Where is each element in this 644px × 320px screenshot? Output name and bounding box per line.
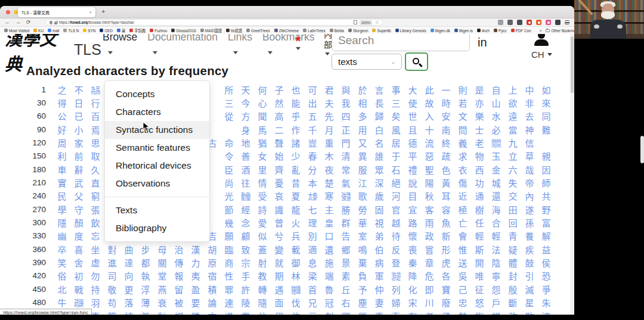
- char-link[interactable]: 退: [221, 310, 237, 315]
- char-link[interactable]: 還: [488, 189, 504, 202]
- char-link[interactable]: 憂: [271, 176, 287, 189]
- char-link[interactable]: 草: [521, 150, 538, 162]
- char-link[interactable]: 容: [438, 203, 454, 216]
- char-link[interactable]: 近: [454, 189, 471, 202]
- char-link[interactable]: 野: [538, 203, 555, 216]
- char-link[interactable]: 養: [521, 229, 538, 242]
- menu-item-bibliography[interactable]: Bibliography: [105, 219, 209, 237]
- bookmark-item[interactable]: Glossa2016: [171, 29, 196, 33]
- char-link[interactable]: 戶: [488, 296, 504, 309]
- char-link[interactable]: 子: [438, 310, 454, 315]
- char-link[interactable]: 病: [371, 256, 388, 269]
- char-link[interactable]: 且: [404, 123, 421, 136]
- char-link[interactable]: 寒: [321, 189, 338, 202]
- char-link[interactable]: 口: [321, 229, 338, 242]
- char-link[interactable]: 信: [521, 136, 538, 149]
- char-link[interactable]: 指: [471, 310, 488, 315]
- char-link[interactable]: 惟: [454, 243, 471, 256]
- char-link[interactable]: 焉: [87, 123, 104, 136]
- char-link[interactable]: 于: [388, 150, 404, 162]
- char-link[interactable]: 薄: [137, 296, 154, 309]
- chevron-right-icon[interactable]: »: [540, 29, 542, 33]
- char-link[interactable]: 義: [454, 136, 471, 149]
- forward-button[interactable]: →: [16, 20, 21, 25]
- char-link[interactable]: 告: [338, 229, 354, 242]
- char-link[interactable]: 就: [271, 256, 287, 269]
- char-link[interactable]: 朱: [538, 296, 555, 309]
- char-link[interactable]: 哉: [521, 163, 538, 176]
- char-link[interactable]: 怒: [471, 296, 488, 309]
- char-link[interactable]: 思: [87, 136, 104, 149]
- char-link[interactable]: 南: [438, 123, 454, 136]
- char-link[interactable]: 楚: [321, 176, 338, 189]
- char-link[interactable]: 勢: [454, 310, 471, 315]
- char-link[interactable]: 何: [254, 83, 271, 96]
- char-link[interactable]: 執: [137, 269, 154, 282]
- char-link[interactable]: 所: [221, 83, 237, 96]
- char-link[interactable]: 因: [538, 163, 555, 176]
- char-link[interactable]: 車: [54, 163, 70, 176]
- char-link[interactable]: 失: [504, 176, 521, 189]
- char-link[interactable]: 伯: [371, 243, 388, 256]
- char-link[interactable]: 行: [87, 97, 104, 109]
- char-link[interactable]: 常: [338, 163, 354, 176]
- char-link[interactable]: 水: [488, 110, 504, 122]
- char-link[interactable]: 深: [371, 176, 388, 189]
- char-link[interactable]: 華: [354, 216, 371, 229]
- char-link[interactable]: 視: [371, 216, 388, 229]
- char-link[interactable]: 封: [504, 269, 521, 282]
- video-panel-handle[interactable]: [640, 136, 644, 163]
- char-link[interactable]: 寶: [438, 283, 454, 296]
- char-link[interactable]: 內: [521, 189, 538, 202]
- char-link[interactable]: 入: [421, 110, 438, 122]
- char-link[interactable]: 危: [421, 269, 438, 282]
- char-link[interactable]: 要: [187, 296, 204, 309]
- menu-item-semantic-features[interactable]: Semantic features: [105, 139, 209, 157]
- char-link[interactable]: 木: [321, 150, 338, 162]
- char-link[interactable]: 念: [237, 216, 254, 229]
- reload-button[interactable]: ⟳: [26, 20, 31, 25]
- screenshot-extension-icon[interactable]: [546, 20, 551, 25]
- char-link[interactable]: 轉: [254, 283, 271, 296]
- char-link[interactable]: 日: [70, 97, 87, 109]
- char-link[interactable]: 固: [371, 203, 388, 216]
- char-link[interactable]: 聖: [421, 163, 438, 176]
- char-link[interactable]: 流: [421, 136, 438, 149]
- char-link[interactable]: 羽: [87, 296, 104, 309]
- char-link[interactable]: 息: [304, 256, 321, 269]
- char-link[interactable]: 壽: [371, 310, 388, 315]
- lock-icon[interactable]: [54, 22, 57, 24]
- char-link[interactable]: 征: [471, 283, 488, 296]
- char-link[interactable]: 用: [354, 123, 371, 136]
- char-link[interactable]: 母: [154, 243, 171, 256]
- char-link[interactable]: 少: [287, 150, 304, 162]
- char-link[interactable]: 宜: [404, 203, 421, 216]
- browser-tab[interactable]: TLS - 漢學文典 ×: [18, 7, 95, 17]
- char-link[interactable]: 曲: [120, 243, 137, 256]
- char-link[interactable]: 節: [221, 203, 237, 216]
- char-link[interactable]: 新: [438, 229, 454, 242]
- char-link[interactable]: 誰: [371, 150, 388, 162]
- char-link[interactable]: 小: [70, 123, 87, 136]
- char-link[interactable]: 卒: [54, 243, 70, 256]
- close-window-button[interactable]: [6, 10, 10, 14]
- char-link[interactable]: 此: [421, 83, 438, 96]
- char-link[interactable]: 今: [237, 97, 254, 109]
- char-link[interactable]: 揚: [488, 310, 504, 315]
- char-link[interactable]: 厚: [354, 310, 371, 315]
- char-link[interactable]: 居: [388, 136, 404, 149]
- char-link[interactable]: 景: [338, 256, 354, 269]
- char-link[interactable]: 秋: [421, 189, 438, 202]
- char-link[interactable]: 怨: [488, 283, 504, 296]
- char-link[interactable]: 嘗: [421, 243, 438, 256]
- bookmark-item[interactable]: tls成語: [226, 28, 242, 33]
- char-link[interactable]: 兮: [271, 229, 287, 242]
- char-link[interactable]: 群: [338, 216, 354, 229]
- download-icon[interactable]: [507, 20, 513, 25]
- char-link[interactable]: 江: [354, 176, 371, 189]
- char-link[interactable]: 舍: [70, 256, 87, 269]
- char-link[interactable]: 同: [538, 110, 555, 122]
- char-link[interactable]: 路: [404, 216, 421, 229]
- char-link[interactable]: 識: [271, 203, 287, 216]
- char-link[interactable]: 變: [271, 243, 287, 256]
